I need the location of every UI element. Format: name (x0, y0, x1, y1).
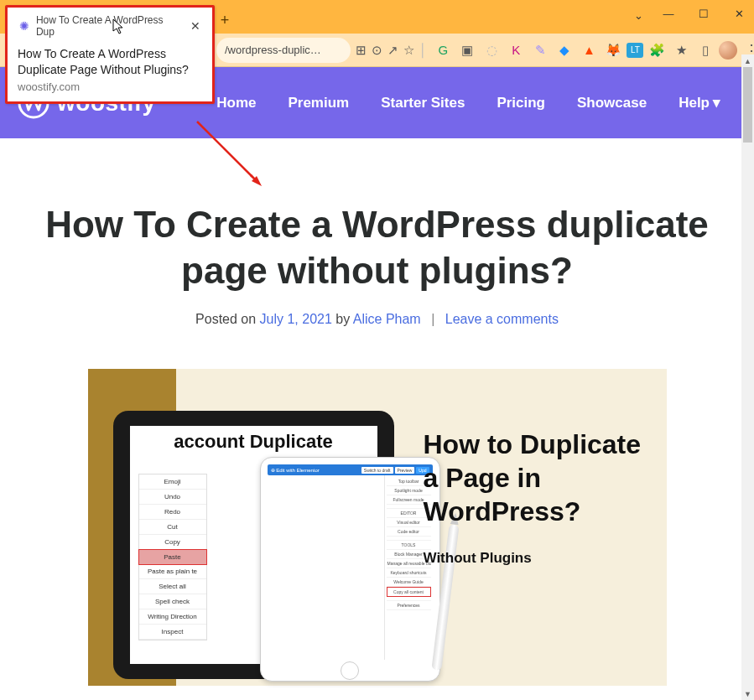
zoom-icon[interactable]: ⊙ (372, 39, 382, 61)
hero-sub: Without Plugins (424, 550, 646, 567)
tabs-dropdown-icon[interactable]: ⌄ (628, 5, 648, 25)
tab-tooltip: ✺ How To Create A WordPress Dup ✕ How To… (5, 5, 215, 104)
nav-starter-sites[interactable]: Starter Sites (381, 94, 465, 111)
close-window-button[interactable]: ✕ (729, 3, 749, 23)
nav-help[interactable]: Help ▾ (679, 94, 720, 111)
bookmark-icon[interactable]: ☆ (403, 39, 414, 61)
profile-avatar[interactable] (719, 41, 737, 60)
ext-icon-2[interactable]: ▣ (456, 39, 478, 61)
address-bar[interactable]: /wordpress-duplic… (216, 38, 351, 63)
cursor-icon (112, 18, 126, 39)
ctx-item: Emoji (139, 474, 206, 490)
ext-icon-6[interactable]: ◆ (554, 39, 575, 61)
page-scrollbar[interactable]: ▲ ▼ (741, 67, 754, 700)
ext-metamask-icon[interactable]: 🦊 (602, 39, 624, 61)
ctx-item: Paste as plain te (139, 564, 206, 579)
mini-btn: Switch to draft (361, 467, 393, 474)
ext-grammarly-icon[interactable]: G (432, 39, 454, 61)
ctx-item: Redo (139, 505, 206, 520)
article-author[interactable]: Alice Pham (353, 312, 421, 326)
tooltip-domain: woostify.com (18, 80, 202, 93)
ctx-item: Inspect (139, 625, 206, 640)
ctx-item: Select all (139, 579, 206, 594)
tooltip-favicon-icon: ✺ (18, 19, 31, 33)
extensions-bar: G ▣ ◌ K ✎ ◆ ▲ 🦊 LT 🧩 ★ ▯ ⋮ (432, 39, 754, 61)
ipad-title: account Duplicate (138, 431, 369, 453)
nav-showcase[interactable]: Showcase (577, 94, 647, 111)
annotation-arrow-icon (193, 117, 268, 193)
mini-opt-copy-all: Copy all content (387, 587, 431, 597)
ctx-item: Undo (139, 490, 206, 505)
main-nav: Home Premium Starter Sites Pricing Showc… (216, 94, 720, 111)
home-button-icon (341, 661, 359, 680)
mini-opt: Preferences (387, 601, 431, 610)
mini-opt: Keyboard shortcuts (387, 568, 431, 578)
new-tab-button[interactable]: + (213, 8, 237, 32)
ext-icon-7[interactable]: ▲ (578, 39, 600, 61)
bookmarks-icon[interactable]: ★ (670, 39, 692, 61)
window-controls: — ☐ ✕ (658, 3, 749, 23)
extensions-icon[interactable]: 🧩 (646, 39, 668, 61)
mini-opt: Welcome Guide (387, 578, 431, 587)
hero-heading: How to Duplicate a Page in WordPress? (424, 428, 646, 528)
scrollbar-thumb[interactable] (743, 67, 752, 143)
nav-pricing[interactable]: Pricing (497, 94, 545, 111)
ctx-item: Spell check (139, 594, 206, 609)
chevron-down-icon: ▾ (713, 94, 720, 111)
posted-on-label: Posted on (195, 312, 260, 326)
nav-premium[interactable]: Premium (288, 94, 349, 111)
hero-image: account Duplicate Emoji Undo Redo Cut Co… (88, 369, 667, 686)
ctx-item: Cut (139, 520, 206, 535)
article-meta: Posted on July 1, 2021 by Alice Pham | L… (25, 312, 729, 327)
scroll-down-icon[interactable]: ▼ (741, 687, 754, 700)
mini-toolbar-label: Edit with Elementor (276, 468, 320, 473)
url-text: /wordpress-duplic… (225, 44, 321, 56)
leave-comments-link[interactable]: Leave a comments (445, 312, 559, 326)
hero-mini-ipad: ⊕ Edit with Elementor Switch to draft Pr… (260, 457, 440, 682)
hero-text: How to Duplicate a Page in WordPress? Wi… (424, 428, 646, 567)
ext-icon-4[interactable]: K (505, 39, 527, 61)
sidepanel-icon[interactable]: ▯ (694, 39, 716, 61)
svg-line-1 (197, 122, 258, 183)
ext-lt-icon[interactable]: LT (627, 43, 643, 58)
separator-icon: │ (419, 39, 427, 61)
ctx-item: Writing Direction (139, 609, 206, 625)
nav-home[interactable]: Home (216, 94, 256, 111)
nav-help-label: Help (679, 95, 710, 111)
article-date[interactable]: July 1, 2021 (260, 312, 332, 326)
scroll-up-icon[interactable]: ▲ (741, 54, 754, 67)
mini-btn: Preview (395, 467, 415, 474)
article-heading: How To Create a WordPress duplicate page… (25, 201, 729, 293)
tooltip-tab-title: How To Create A WordPress Dup (36, 14, 184, 38)
maximize-button[interactable]: ☐ (694, 3, 714, 23)
ext-icon-3[interactable]: ◌ (481, 39, 502, 61)
tooltip-full-title: How To Create A WordPress Duplicate Page… (18, 46, 202, 78)
ctx-item: Copy (139, 535, 206, 550)
ctx-item-paste: Paste (138, 549, 207, 565)
by-label: by (332, 312, 353, 326)
share-icon[interactable]: ↗ (387, 39, 398, 61)
ext-icon-5[interactable]: ✎ (529, 39, 551, 61)
meta-separator: | (431, 312, 434, 326)
translate-icon[interactable]: ⊞ (356, 39, 367, 61)
minimize-button[interactable]: — (658, 3, 679, 23)
article: How To Create a WordPress duplicate page… (0, 138, 754, 700)
context-menu: Emoji Undo Redo Cut Copy Paste Paste as … (138, 474, 207, 640)
tooltip-tab-close-icon[interactable]: ✕ (189, 19, 202, 33)
